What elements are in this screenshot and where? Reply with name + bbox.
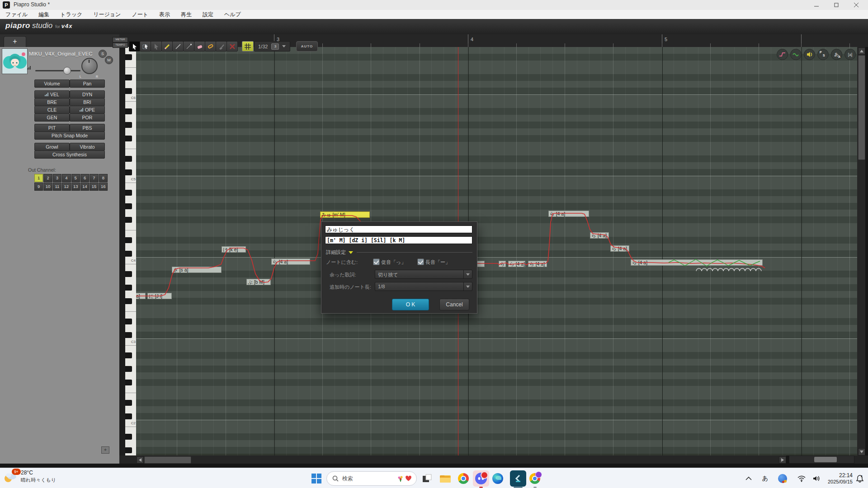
out-channel-11[interactable]: 11: [53, 183, 61, 191]
menu-item[interactable]: トラック: [55, 11, 88, 19]
file-explorer-icon[interactable]: [439, 473, 451, 484]
piano-key-black[interactable]: [125, 250, 136, 257]
snap-value-dropdown[interactable]: 1/32 3: [254, 41, 290, 52]
growl-button[interactable]: Growl: [34, 143, 70, 151]
note[interactable]: ら [4 a]: [508, 261, 525, 267]
ope-button[interactable]: OPE: [70, 106, 105, 114]
piano-key-white[interactable]: [125, 210, 136, 216]
piano-key-white[interactable]: [125, 101, 136, 108]
piano-key-black[interactable]: [125, 108, 136, 115]
sokuon-checkbox[interactable]: [373, 258, 380, 265]
piano-key-white[interactable]: [125, 230, 136, 237]
pitch-line-icon[interactable]: [777, 49, 788, 60]
glue-tool-icon[interactable]: [205, 41, 216, 52]
polyline-tool-icon[interactable]: [183, 41, 194, 52]
piano-key-black[interactable]: [125, 413, 136, 420]
out-channel-16[interactable]: 16: [99, 183, 108, 191]
piapro-studio-taskbar-icon[interactable]: [510, 470, 526, 487]
piano-key-white[interactable]: [125, 440, 136, 447]
piano-key-black[interactable]: [125, 379, 136, 386]
piano-key-white[interactable]: [125, 359, 136, 366]
piano-key-white[interactable]: [125, 305, 136, 312]
piano-key-white[interactable]: [125, 128, 136, 135]
piano-key-black[interactable]: [125, 352, 136, 359]
piano-key-white[interactable]: C5: [125, 176, 136, 183]
piano-key-white[interactable]: [125, 393, 136, 399]
cancel-button[interactable]: Cancel: [439, 299, 469, 310]
cross-synthesis-button[interactable]: Cross Synthesis: [34, 150, 105, 159]
phoneme-lock-icon[interactable]: PS: [817, 49, 829, 60]
note[interactable]: a]: [136, 293, 146, 299]
meter-label[interactable]: METER: [113, 37, 128, 42]
out-channel-2[interactable]: 2: [43, 174, 52, 182]
por-button[interactable]: POR: [70, 113, 105, 122]
triplet-icon[interactable]: 3: [271, 43, 279, 50]
vertical-scroll-thumb[interactable]: [858, 55, 865, 160]
pit-button[interactable]: PIT: [34, 124, 70, 132]
speaker-icon[interactable]: [812, 475, 821, 482]
piano-key-white[interactable]: [125, 115, 136, 122]
out-channel-6[interactable]: 6: [80, 174, 89, 182]
volume-slider-handle[interactable]: [63, 67, 71, 75]
line-tool-icon[interactable]: [172, 41, 184, 52]
pencil-tool-icon[interactable]: [161, 41, 173, 52]
menu-item[interactable]: 表示: [154, 11, 175, 19]
note[interactable]: ら: [499, 261, 506, 267]
bri-button[interactable]: BRI: [70, 98, 105, 106]
chrome-icon[interactable]: [458, 473, 469, 484]
out-channel-14[interactable]: 14: [80, 183, 89, 191]
gen-button[interactable]: GEN: [34, 113, 70, 122]
piano-roll[interactable]: a]に [J i]さ [s a]け [k e]ぶ [b M]ら [4 a]みゅ …: [136, 47, 857, 455]
out-channel-8[interactable]: 8: [99, 174, 108, 182]
pitch-snap-mode-button[interactable]: Pitch Snap Mode: [34, 131, 105, 140]
volume-slider[interactable]: [35, 70, 80, 71]
scroll-right-icon[interactable]: [779, 456, 786, 464]
menu-item[interactable]: 再生: [175, 11, 197, 19]
speaker-icon[interactable]: [804, 49, 815, 60]
arrow-tool-disabled-icon[interactable]: [151, 41, 162, 52]
tempo-label[interactable]: TEMPO: [113, 42, 128, 48]
note-length-dropdown[interactable]: 1/8: [375, 282, 472, 291]
menu-item[interactable]: ファイル: [0, 11, 33, 19]
eraser-tool-icon[interactable]: [194, 41, 205, 52]
maximize-button[interactable]: [826, 0, 846, 10]
note[interactable]: さ [s a]: [172, 267, 222, 273]
piano-key-black[interactable]: [125, 74, 136, 81]
zoom-scroll-thumb[interactable]: [814, 457, 837, 462]
piano-key-black[interactable]: [125, 284, 136, 291]
add-panel-button[interactable]: +: [101, 446, 109, 454]
piano-key-black[interactable]: [125, 271, 136, 277]
piano-key-black[interactable]: [125, 237, 136, 244]
zoom-scrollbar[interactable]: [789, 455, 854, 464]
task-view-icon[interactable]: [421, 473, 433, 484]
menu-item[interactable]: ノート: [126, 11, 154, 19]
note-selected[interactable]: みゅ [m' M]: [320, 211, 370, 218]
piano-key-white[interactable]: [125, 244, 136, 250]
scroll-down-icon[interactable]: [858, 448, 865, 455]
tray-app-icon[interactable]: [778, 474, 787, 483]
brush-tool-disabled-icon[interactable]: [216, 41, 227, 52]
piano-key-white[interactable]: [125, 149, 136, 155]
out-channel-3[interactable]: 3: [53, 174, 61, 182]
piano-key-black[interactable]: [125, 447, 136, 454]
piano-key-white[interactable]: [125, 264, 136, 271]
close-button[interactable]: [846, 0, 866, 10]
clock[interactable]: 22:14 2025/09/15: [828, 472, 853, 485]
search-input[interactable]: 検索: [326, 471, 417, 486]
tray-chevron-icon[interactable]: [745, 476, 752, 481]
bre-button[interactable]: BRE: [34, 98, 70, 106]
vibrato-line-icon[interactable]: [790, 49, 802, 60]
note[interactable]: ら [4 a]: [631, 259, 763, 266]
note[interactable]: ぶ [b M]: [246, 279, 271, 285]
vertical-scrollbar[interactable]: [857, 47, 865, 455]
piano-key-black[interactable]: [125, 155, 136, 162]
piano-key-black[interactable]: [125, 332, 136, 338]
phoneme-display-icon[interactable]: [a]: [844, 49, 856, 60]
snap-grid-icon[interactable]: [242, 41, 254, 52]
horizontal-scroll-thumb[interactable]: [144, 456, 191, 464]
piano-key-white[interactable]: C3: [125, 338, 136, 346]
add-track-tab[interactable]: +: [4, 36, 26, 47]
piano-key-black[interactable]: [125, 433, 136, 440]
piano-key-white[interactable]: [125, 183, 136, 189]
out-channel-10[interactable]: 10: [43, 183, 52, 191]
